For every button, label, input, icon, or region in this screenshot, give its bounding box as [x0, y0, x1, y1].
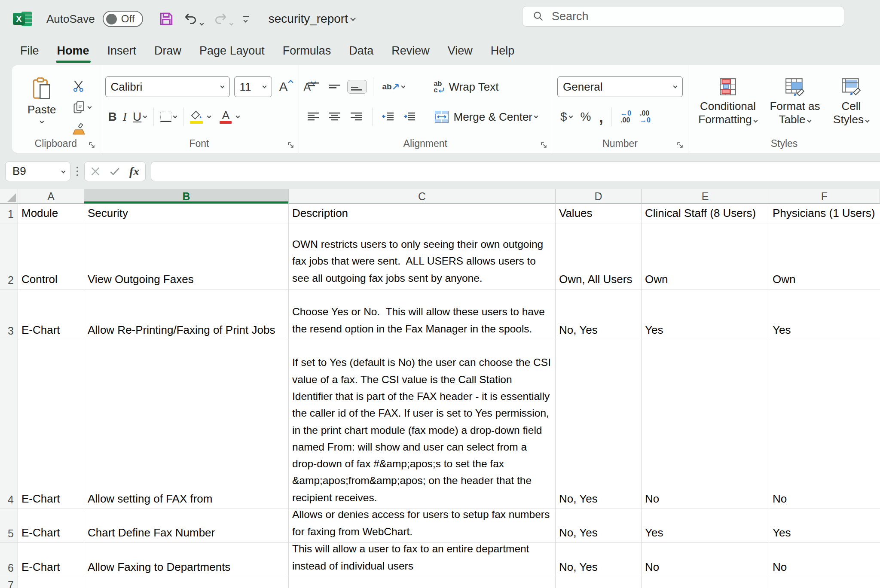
cell-F2[interactable]: Own — [769, 223, 880, 289]
tab-help[interactable]: Help — [483, 40, 522, 64]
cell-C2[interactable]: OWN restricts users to only seeing their… — [289, 223, 556, 289]
cell-E4[interactable]: No — [642, 340, 769, 509]
cell-F5[interactable]: Yes — [769, 509, 880, 543]
decrease-decimal-button[interactable]: .00 →0 — [636, 110, 654, 124]
bottom-align-button[interactable] — [347, 80, 367, 94]
font-name-select[interactable]: Calibri — [105, 76, 230, 97]
col-header-C[interactable]: C — [289, 189, 556, 204]
cell-D6[interactable]: No, Yes — [556, 543, 642, 577]
formula-input-field[interactable] — [151, 161, 880, 181]
row-header-6[interactable]: 6 — [0, 543, 18, 577]
formula-bar-handle[interactable] — [76, 167, 78, 176]
name-box[interactable]: B9 — [5, 161, 70, 181]
cell-A1[interactable]: Module — [18, 204, 84, 223]
search-box[interactable] — [522, 6, 844, 27]
font-color-dropdown-icon[interactable] — [236, 114, 240, 119]
font-dialog-launcher[interactable] — [287, 141, 294, 149]
tab-draw[interactable]: Draw — [147, 40, 189, 64]
cell-styles-button[interactable]: Cell Styles — [828, 76, 875, 134]
cell-C5[interactable]: Allows or denies access for users to set… — [289, 509, 556, 543]
cell-F3[interactable]: Yes — [769, 289, 880, 340]
cell-C1[interactable]: Description — [289, 204, 556, 223]
row-header-5[interactable]: 5 — [0, 509, 18, 543]
underline-button[interactable]: U — [130, 108, 150, 125]
row-header-3[interactable]: 3 — [0, 289, 18, 340]
cell-B4[interactable]: Allow setting of FAX from — [84, 340, 289, 509]
cell-A2[interactable]: Control — [18, 223, 84, 289]
search-input[interactable] — [552, 10, 810, 23]
cell-C4[interactable]: If set to Yes (default is No) the user c… — [289, 340, 556, 509]
merge-center-button[interactable]: Merge & Center — [431, 107, 541, 127]
cell-F6[interactable]: No — [769, 543, 880, 577]
cell-E7[interactable] — [642, 577, 769, 588]
cell-B1[interactable]: Security — [84, 204, 289, 223]
cell-E1[interactable]: Clinical Staff (8 Users) — [642, 204, 769, 223]
cell-B6[interactable]: Allow Faxing to Departments — [84, 543, 289, 577]
conditional-formatting-button[interactable]: Conditional Formatting — [694, 76, 762, 134]
bold-button[interactable]: B — [105, 108, 120, 125]
excel-logo-icon[interactable]: X — [13, 10, 32, 27]
redo-button[interactable] — [213, 12, 233, 26]
tab-data[interactable]: Data — [342, 40, 381, 64]
cell-C6[interactable]: This will allow a user to fax to an enti… — [289, 543, 556, 577]
font-size-select[interactable]: 11 — [234, 76, 272, 97]
clipboard-dialog-launcher[interactable] — [88, 141, 95, 149]
row-header-4[interactable]: 4 — [0, 340, 18, 509]
cell-A7[interactable] — [18, 577, 84, 588]
alignment-dialog-launcher[interactable] — [540, 141, 547, 149]
fill-color-dropdown-icon[interactable] — [207, 114, 211, 119]
percent-style-button[interactable]: % — [578, 108, 594, 125]
cell-A6[interactable]: E-Chart — [18, 543, 84, 577]
paste-button[interactable]: Paste — [23, 76, 61, 134]
cell-D1[interactable]: Values — [556, 204, 642, 223]
cell-D2[interactable]: Own, All Users — [556, 223, 642, 289]
italic-button[interactable]: I — [120, 108, 130, 125]
cut-button[interactable] — [69, 78, 95, 94]
cell-E3[interactable]: Yes — [642, 289, 769, 340]
cell-B5[interactable]: Chart Define Fax Number — [84, 509, 289, 543]
cell-D3[interactable]: No, Yes — [556, 289, 642, 340]
tab-file[interactable]: File — [13, 40, 46, 64]
tab-view[interactable]: View — [440, 40, 480, 64]
row-header-2[interactable]: 2 — [0, 223, 18, 289]
col-header-D[interactable]: D — [556, 189, 642, 204]
font-color-button[interactable]: A — [217, 109, 234, 125]
cell-F7[interactable] — [769, 577, 880, 588]
cell-F4[interactable]: No — [769, 340, 880, 509]
cell-D7[interactable] — [556, 577, 642, 588]
wrap-text-button[interactable]: ab c Wrap Text — [431, 76, 541, 97]
borders-button[interactable] — [157, 110, 180, 124]
increase-decimal-button[interactable]: ←0 .00 — [617, 110, 635, 124]
enter-check-icon[interactable] — [110, 167, 120, 176]
format-as-table-button[interactable]: Format as Table — [765, 76, 825, 134]
undo-button[interactable] — [183, 12, 204, 26]
cell-E6[interactable]: No — [642, 543, 769, 577]
cell-D5[interactable]: No, Yes — [556, 509, 642, 543]
cell-A4[interactable]: E-Chart — [18, 340, 84, 509]
tab-insert[interactable]: Insert — [100, 40, 144, 64]
accounting-format-button[interactable]: $ — [557, 108, 576, 125]
row-header-7[interactable]: 7 — [0, 577, 18, 588]
align-right-button[interactable] — [347, 110, 366, 123]
increase-font-size-button[interactable]: A — [276, 78, 296, 96]
cell-B7[interactable] — [84, 577, 289, 588]
copy-button[interactable] — [69, 99, 95, 116]
tab-page-layout[interactable]: Page Layout — [192, 40, 272, 64]
top-align-button[interactable] — [304, 80, 323, 93]
cell-A5[interactable]: E-Chart — [18, 509, 84, 543]
select-all-corner[interactable] — [0, 189, 18, 204]
insert-function-icon[interactable]: fx — [129, 165, 139, 178]
number-format-select[interactable]: General — [557, 76, 683, 97]
tab-formulas[interactable]: Formulas — [275, 40, 339, 64]
middle-align-button[interactable] — [326, 80, 345, 93]
format-painter-button[interactable] — [69, 121, 95, 137]
cell-E5[interactable]: Yes — [642, 509, 769, 543]
fill-color-button[interactable] — [187, 109, 205, 125]
increase-indent-button[interactable] — [400, 110, 419, 123]
cell-A3[interactable]: E-Chart — [18, 289, 84, 340]
col-header-F[interactable]: F — [769, 189, 880, 204]
cell-E2[interactable]: Own — [642, 223, 769, 289]
cell-B2[interactable]: View Outgoing Faxes — [84, 223, 289, 289]
cell-B3[interactable]: Allow Re-Printing/Faxing of Print Jobs — [84, 289, 289, 340]
cell-C7[interactable] — [289, 577, 556, 588]
